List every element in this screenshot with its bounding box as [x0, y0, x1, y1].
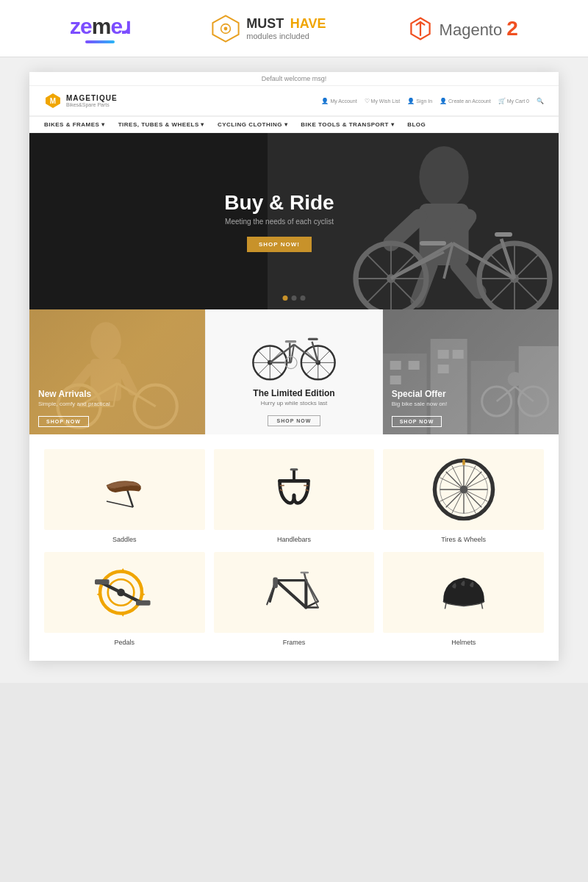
wheels-label: Tires & Wheels [383, 536, 544, 543]
magento-icon [407, 15, 434, 42]
hero-title: Buy & Ride [224, 191, 334, 215]
site-logo-info: MAGETIQUE Bikes&Spare Parts [66, 94, 118, 107]
must-have-icon [211, 14, 240, 43]
zemes-underline [85, 40, 115, 43]
svg-line-107 [276, 581, 306, 608]
saddles-image [44, 449, 205, 530]
wheel-svg [431, 456, 497, 523]
svg-line-79 [127, 490, 133, 507]
hero-dot-2[interactable] [292, 295, 297, 301]
have-label: HAVE [290, 16, 326, 31]
site-frame: Default welcome msg! M MAGETIQUE Bikes&S… [29, 72, 559, 661]
svg-text:M: M [50, 97, 56, 105]
svg-rect-105 [136, 600, 151, 606]
saddle-svg [95, 467, 154, 512]
badge-bar: zemeɹ MUST HAVE modules included Magento… [0, 0, 588, 57]
svg-rect-69 [408, 361, 419, 370]
helmets-label: Helmets [383, 639, 544, 646]
limited-edition-bike [250, 318, 338, 384]
nav-tires[interactable]: TIRES, TUBES & WHEELS ▾ [118, 121, 204, 128]
search-icon-item[interactable]: 🔍 [537, 98, 544, 104]
special-offer-overlay: Special Offer Big bike sale now on! SHOP… [383, 381, 559, 434]
category-card-handlebars[interactable]: Handlebars [214, 449, 375, 543]
modules-label: modules included [246, 32, 326, 40]
promo-panel-special: Special Offer Big bike sale now on! SHOP… [383, 309, 559, 434]
site-nav-icons: 👤 My Account ♡ My Wish List 👤 Sign In 👤 … [321, 98, 544, 104]
heart-icon: ♡ [365, 98, 370, 104]
signin-icon: 👤 [407, 98, 415, 104]
must-label: MUST [246, 16, 284, 31]
site-preview: Default welcome msg! M MAGETIQUE Bikes&S… [0, 57, 588, 683]
svg-point-2 [224, 26, 228, 30]
cart-icon: 🛒 [498, 98, 506, 104]
hero-cta-button[interactable]: SHOP NOW! [247, 237, 312, 252]
svg-rect-106 [95, 579, 110, 584]
cart-icon-item[interactable]: 🛒 My Cart 0 [498, 98, 529, 104]
hero-banner: Buy & Ride Meeting the needs of each cyc… [29, 133, 559, 309]
search-icon: 🔍 [537, 98, 544, 104]
svg-line-120 [481, 603, 483, 609]
main-nav: BIKES & FRAMES ▾ TIRES, TUBES & WHEELS ▾… [29, 116, 559, 133]
nav-tools[interactable]: BIKE TOOLS & TRANSPORT ▾ [301, 121, 394, 128]
svg-rect-72 [452, 350, 463, 359]
category-card-frames[interactable]: Frames [214, 552, 375, 646]
new-arrivals-button[interactable]: SHOP NOW [38, 416, 89, 427]
promo-panel-limited: The Limited Edition Hurry up while stock… [205, 309, 382, 434]
pedals-image [44, 552, 205, 633]
pedals-label: Pedals [44, 639, 205, 646]
welcome-bar: Default welcome msg! [29, 72, 559, 86]
hero-dot-3[interactable] [301, 295, 306, 301]
must-have-badge: MUST HAVE modules included [211, 14, 326, 43]
special-offer-sub: Big bike sale now on! [392, 401, 550, 407]
hero-content: Buy & Ride Meeting the needs of each cyc… [224, 191, 334, 252]
site-header: M MAGETIQUE Bikes&Spare Parts 👤 My Accou… [29, 86, 559, 116]
handlebar-svg [268, 464, 320, 515]
category-grid: Saddles [44, 449, 544, 646]
svg-rect-99 [462, 460, 465, 465]
svg-line-113 [306, 581, 318, 608]
create-account-icon-item[interactable]: 👤 Create an Account [440, 98, 491, 104]
helmets-image [383, 552, 544, 633]
limited-title: The Limited Edition [253, 388, 334, 398]
frames-label: Frames [214, 639, 375, 646]
site-logo-icon: M [44, 92, 62, 110]
signin-icon-item[interactable]: 👤 Sign In [407, 98, 432, 104]
promo-panels: New Arrivals Simple, comfy and practical… [29, 309, 559, 434]
frames-image [214, 552, 375, 633]
site-logo: M MAGETIQUE Bikes&Spare Parts [44, 92, 118, 110]
new-arrivals-title: New Arrivals [38, 389, 196, 399]
nav-clothing[interactable]: CYCLING CLOTHING ▾ [218, 121, 287, 128]
magento-text: Magento 2 [440, 17, 518, 40]
helmet-svg [434, 567, 493, 618]
special-offer-button[interactable]: SHOP NOW [392, 416, 442, 427]
category-section: Saddles [29, 434, 559, 661]
my-account-icon-item[interactable]: 👤 My Account [321, 98, 356, 104]
svg-rect-71 [437, 350, 448, 359]
category-card-pedals[interactable]: Pedals [44, 552, 205, 646]
svg-point-6 [419, 146, 468, 208]
wishlist-icon-item[interactable]: ♡ My Wish List [365, 98, 401, 104]
zemes-logo: zemeɹ [70, 13, 130, 43]
handlebars-image [214, 449, 375, 530]
nav-bikes-frames[interactable]: BIKES & FRAMES ▾ [44, 121, 105, 128]
category-card-wheels[interactable]: Tires & Wheels [383, 449, 544, 543]
person-icon: 👤 [321, 98, 329, 104]
new-arrivals-overlay: New Arrivals Simple, comfy and practical… [29, 381, 205, 434]
limited-button[interactable]: SHOP NOW [268, 415, 321, 426]
svg-line-119 [445, 603, 446, 609]
saddles-label: Saddles [44, 536, 205, 543]
hero-subtitle: Meeting the needs of each cyclist [224, 218, 334, 226]
special-offer-title: Special Offer [392, 389, 550, 399]
zemes-logo-text: z [70, 14, 80, 38]
svg-line-80 [107, 501, 133, 507]
category-card-saddles[interactable]: Saddles [44, 449, 205, 543]
magento-badge: Magento 2 [407, 15, 518, 42]
new-arrivals-sub: Simple, comfy and practical [38, 401, 196, 407]
wheels-image [383, 449, 544, 530]
category-card-helmets[interactable]: Helmets [383, 552, 544, 646]
svg-point-32 [90, 322, 121, 360]
hero-dot-1[interactable] [283, 295, 288, 301]
nav-blog[interactable]: BLOG [407, 121, 426, 128]
promo-panel-new-arrivals: New Arrivals Simple, comfy and practical… [29, 309, 205, 434]
hero-dots [283, 295, 306, 301]
